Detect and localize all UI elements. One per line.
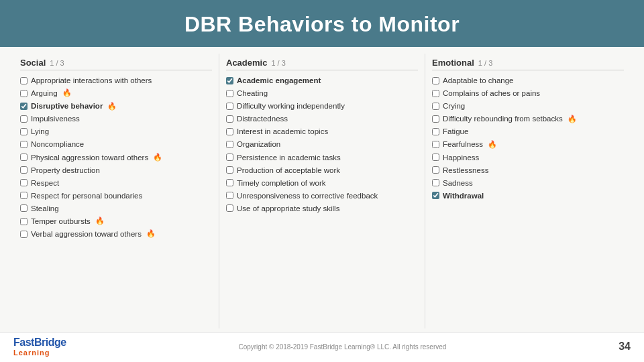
item-label: Difficulty rebounding from setbacks [443,113,563,124]
checkbox-social-10[interactable] [20,204,28,212]
list-item: Withdrawal [432,190,624,201]
slide-footer: FastBridge Learning Copyright © 2018-201… [0,332,644,362]
checkbox-academic-7[interactable] [226,166,233,174]
checkbox-emotional-6[interactable] [432,154,439,161]
checkbox-emotional-4[interactable] [432,128,439,135]
checkbox-social-3[interactable] [20,115,28,123]
checkbox-social-8[interactable] [20,179,28,186]
col-title-academic: Academic [226,58,267,68]
checkbox-academic-0[interactable] [226,77,233,84]
checkbox-social-6[interactable] [20,154,28,161]
item-label: Difficulty working independently [237,101,345,111]
slide: DBR Behaviors to Monitor Social1 / 3Appr… [0,0,644,362]
checkbox-social-9[interactable] [20,192,28,199]
list-item: Sadness [432,178,624,188]
checkbox-social-12[interactable] [20,231,28,238]
list-item: Respect [20,178,212,188]
column-emotional: Emotional1 / 3Adaptable to changeComplai… [425,54,631,328]
checkbox-social-4[interactable] [20,128,28,135]
slide-content: Social1 / 3Appropriate interactions with… [0,47,644,332]
logo-bridge: Bridge [34,337,66,348]
item-label: Stealing [31,203,59,214]
item-label: Use of appropriate study skills [237,203,339,214]
item-label: Arguing [31,88,58,99]
copyright-text: Copyright © 2018-2019 FastBridge Learnin… [238,343,446,351]
list-item: Interest in academic topics [226,126,418,137]
checkbox-emotional-2[interactable] [432,103,439,110]
item-label: Happiness [443,152,479,163]
flame-icon: 🔥 [488,139,497,149]
flame-icon: 🔥 [107,101,117,111]
checkbox-emotional-3[interactable] [432,115,439,123]
checkbox-social-0[interactable] [20,77,28,84]
checkbox-academic-5[interactable] [226,141,233,148]
checkbox-social-2[interactable] [20,103,28,110]
item-label: Academic engagement [237,75,321,86]
checkbox-academic-3[interactable] [226,115,233,123]
list-item: Happiness [432,152,624,163]
checkbox-emotional-1[interactable] [432,90,439,97]
item-label: Restlessness [443,165,488,176]
checkbox-academic-4[interactable] [226,128,233,135]
col-header-social: Social1 / 3 [20,58,212,70]
checkbox-emotional-8[interactable] [432,179,439,186]
item-label: Lying [31,126,49,137]
checkbox-social-11[interactable] [20,218,28,225]
flame-icon: 🔥 [568,114,577,124]
list-item: Adaptable to change [432,75,624,86]
column-academic: Academic1 / 3Academic engagementCheating… [219,54,425,328]
checkbox-social-5[interactable] [20,141,28,148]
item-label: Respect [31,178,59,188]
item-label: Interest in academic topics [237,126,328,137]
col-count-academic: 1 / 3 [271,59,285,67]
list-item: Noncompliance [20,139,212,149]
checkbox-academic-8[interactable] [226,179,233,186]
item-label: Complains of aches or pains [443,88,540,99]
col-count-emotional: 1 / 3 [478,59,492,67]
item-label: Noncompliance [31,139,84,149]
checkbox-emotional-9[interactable] [432,192,439,199]
slide-title: DBR Behaviors to Monitor [13,12,631,37]
checkbox-academic-9[interactable] [226,192,233,199]
checkbox-emotional-7[interactable] [432,166,439,174]
item-label: Respect for personal boundaries [31,190,142,201]
list-item: Organization [226,139,418,149]
list-item: Production of acceptable work [226,165,418,176]
list-item: Academic engagement [226,75,418,86]
item-label: Property destruction [31,165,100,176]
list-item: Complains of aches or pains [432,88,624,99]
checkbox-academic-2[interactable] [226,103,233,110]
list-item: Fearfulness🔥 [432,139,624,149]
item-label: Distractedness [237,113,288,124]
item-label: Persistence in academic tasks [237,152,341,163]
logo-learning: Learning [13,349,50,357]
checkbox-social-1[interactable] [20,90,28,97]
list-item: Use of appropriate study skills [226,203,418,214]
checkbox-social-7[interactable] [20,166,28,174]
flame-icon: 🔥 [95,216,105,226]
list-item: Restlessness [432,165,624,176]
list-item: Arguing🔥 [20,88,212,99]
flame-icon: 🔥 [153,152,162,162]
item-label: Impulsiveness [31,113,80,124]
fastbridge-logo: FastBridge Learning [13,337,66,357]
item-label: Appropriate interactions with others [31,75,152,86]
checkbox-academic-6[interactable] [226,154,233,161]
list-item: Verbal aggression toward others🔥 [20,229,212,239]
list-item: Crying [432,101,624,111]
col-title-social: Social [20,58,46,68]
checkbox-emotional-5[interactable] [432,141,439,148]
list-item: Disruptive behavior🔥 [20,101,212,111]
checkbox-academic-1[interactable] [226,90,233,97]
list-item: Lying [20,126,212,137]
col-header-academic: Academic1 / 3 [226,58,418,70]
list-item: Property destruction [20,165,212,176]
checkbox-emotional-0[interactable] [432,77,439,84]
list-item: Physical aggression toward others🔥 [20,152,212,163]
list-item: Persistence in academic tasks [226,152,418,163]
item-label: Timely completion of work [237,178,326,188]
item-label: Temper outbursts [31,216,91,227]
column-social: Social1 / 3Appropriate interactions with… [13,54,219,328]
list-item: Impulsiveness [20,113,212,124]
checkbox-academic-10[interactable] [226,204,233,212]
